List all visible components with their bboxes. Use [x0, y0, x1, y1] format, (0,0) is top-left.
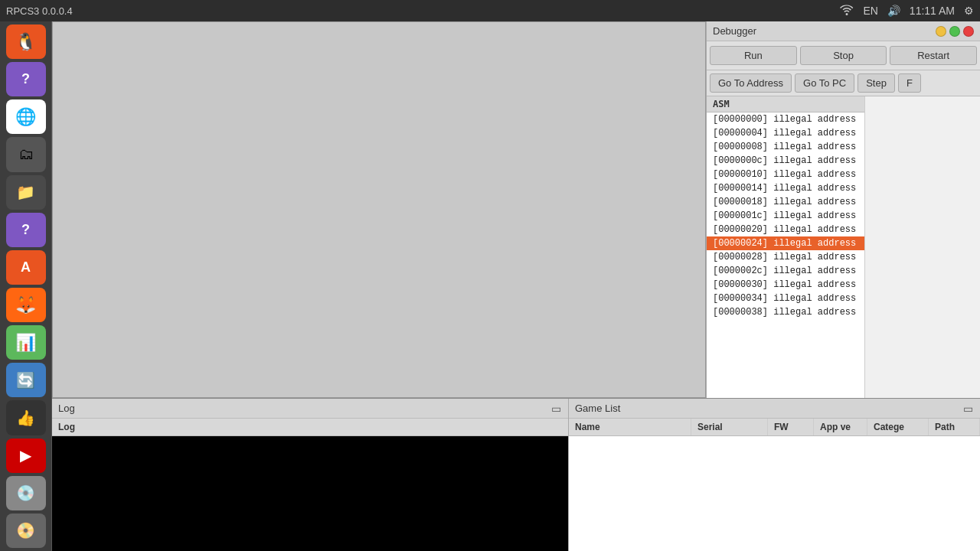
- asm-row[interactable]: [0000000c] illegal address: [707, 154, 864, 168]
- debugger-minimize-btn[interactable]: [936, 26, 946, 37]
- asm-header: ASM: [707, 96, 864, 112]
- debugger-nav: Go To Address Go To PC Step F: [707, 70, 980, 96]
- debugger-titlebar-icons: [936, 26, 974, 37]
- col-fw: FW: [768, 419, 814, 435]
- extra-button[interactable]: F: [898, 73, 921, 93]
- col-category: Categе: [867, 419, 929, 435]
- gamelist-title: Game List: [575, 403, 620, 414]
- go-to-pc-button[interactable]: Go To PC: [795, 73, 854, 93]
- asm-row[interactable]: [0000001c] illegal address: [707, 209, 864, 223]
- gamelist-panel: Game List ▭ Name Serial FW App ve Categе…: [569, 399, 980, 551]
- debugger-close-btn[interactable]: [963, 26, 974, 37]
- asm-row[interactable]: [00000014] illegal address: [707, 181, 864, 195]
- appstore-icon[interactable]: A: [6, 250, 46, 285]
- log-title: Log: [58, 403, 75, 414]
- disk1-icon[interactable]: 💿: [6, 476, 46, 510]
- go-to-address-button[interactable]: Go To Address: [710, 73, 792, 93]
- asm-row[interactable]: [00000020] illegal address: [707, 223, 864, 236]
- asm-row[interactable]: [00000018] illegal address: [707, 195, 864, 209]
- titlebar-left: RPCS3 0.0.0.4: [6, 5, 73, 17]
- asm-row[interactable]: [00000010] illegal address: [707, 168, 864, 181]
- asm-row[interactable]: [00000034] illegal address: [707, 292, 864, 305]
- log-collapse-btn[interactable]: ▭: [550, 403, 562, 415]
- debugger-title: Debugger: [713, 25, 756, 37]
- step-button[interactable]: Step: [858, 73, 895, 93]
- asm-row[interactable]: [00000004] illegal address: [707, 126, 864, 140]
- bottom-section: Log ▭ Log Game List ▭ Name Serial FW App…: [52, 398, 980, 551]
- main-viewport: [52, 21, 706, 398]
- update-icon[interactable]: 🔄: [6, 363, 46, 397]
- files-icon[interactable]: 🗂: [6, 137, 46, 171]
- titlebar: RPCS3 0.0.0.4 EN 🔊 11:11 AM ⚙: [0, 0, 980, 21]
- restart-button[interactable]: Restart: [890, 46, 977, 65]
- asm-row[interactable]: [00000000] illegal address: [707, 112, 864, 126]
- content-area: Debugger Run Stop Restart Go To Address …: [52, 21, 980, 551]
- help2-icon[interactable]: ?: [6, 213, 46, 247]
- settings-icon[interactable]: ⚙: [964, 5, 974, 17]
- debugger-panel: Debugger Run Stop Restart Go To Address …: [706, 21, 980, 398]
- asm-row[interactable]: [00000038] illegal address: [707, 305, 864, 319]
- asm-row[interactable]: [0000002c] illegal address: [707, 264, 864, 278]
- language-indicator: EN: [863, 5, 877, 17]
- thumb-icon[interactable]: 👍: [6, 400, 46, 435]
- chrome-icon[interactable]: 🌐: [6, 99, 46, 134]
- gamelist-content: [569, 436, 980, 551]
- asm-row[interactable]: [00000030] illegal address: [707, 278, 864, 292]
- dvd-icon[interactable]: 📀: [6, 514, 46, 548]
- asm-row[interactable]: [00000024] illegal address: [707, 236, 864, 250]
- folder-icon[interactable]: 📁: [6, 175, 46, 210]
- col-serial: Serial: [691, 419, 768, 435]
- clock: 11:11 AM: [910, 5, 955, 17]
- asm-row[interactable]: [00000008] illegal address: [707, 140, 864, 154]
- asm-rows-container: [00000000] illegal address[00000004] ill…: [707, 112, 864, 319]
- col-appver: App ve: [814, 419, 867, 435]
- tube-icon[interactable]: ▶: [6, 439, 46, 473]
- gamelist-titlebar: Game List ▭: [569, 399, 980, 419]
- asm-column[interactable]: ASM [00000000] illegal address[00000004]…: [707, 96, 865, 398]
- asm-row[interactable]: [00000028] illegal address: [707, 250, 864, 264]
- run-button[interactable]: Run: [710, 46, 797, 65]
- asm-extra-col: [865, 96, 980, 398]
- gamelist-header: Name Serial FW App ve Categе Path: [569, 419, 980, 436]
- volume-icon: 🔊: [887, 5, 900, 17]
- app-title: RPCS3 0.0.0.4: [6, 5, 73, 17]
- wifi-icon: [840, 5, 854, 18]
- firefox-icon[interactable]: 🦊: [6, 288, 46, 322]
- gamelist-collapse-btn[interactable]: ▭: [962, 403, 974, 415]
- log-header: Log: [52, 419, 568, 436]
- log-content: [52, 436, 568, 551]
- ubuntu-icon[interactable]: 🐧: [6, 24, 46, 59]
- sidebar: 🐧?🌐🗂📁?A🦊📊🔄👍▶💿📀: [0, 21, 52, 551]
- debugger-maximize-btn[interactable]: [949, 26, 960, 37]
- titlebar-right: EN 🔊 11:11 AM ⚙: [840, 5, 974, 18]
- col-path: Path: [929, 419, 980, 435]
- debugger-toolbar: Run Stop Restart: [707, 41, 980, 70]
- asm-panel: ASM [00000000] illegal address[00000004]…: [707, 96, 980, 398]
- col-name: Name: [569, 419, 691, 435]
- log-panel: Log ▭ Log: [52, 399, 569, 551]
- stop-button[interactable]: Stop: [800, 46, 887, 65]
- help-icon[interactable]: ?: [6, 62, 46, 96]
- debugger-titlebar: Debugger: [707, 21, 980, 41]
- calc-icon[interactable]: 📊: [6, 325, 46, 360]
- top-section: Debugger Run Stop Restart Go To Address …: [52, 21, 980, 398]
- log-titlebar: Log ▭: [52, 399, 568, 419]
